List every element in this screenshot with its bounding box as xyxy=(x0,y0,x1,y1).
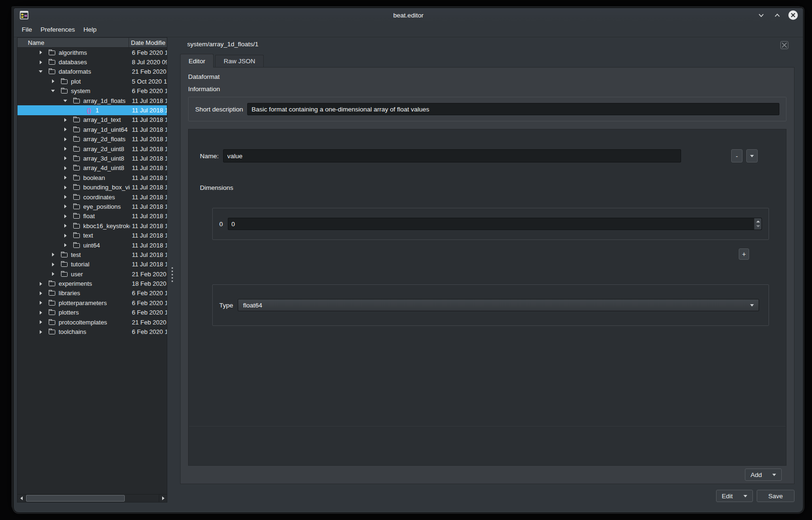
expand-arrow-icon[interactable] xyxy=(37,282,49,286)
tree-item-kboc16_keystroke[interactable]: kboc16_keystroke11 Jul 2018 1 xyxy=(17,221,167,230)
expand-arrow-icon[interactable] xyxy=(62,195,73,199)
tree-item-array_4d_uint8[interactable]: array_4d_uint811 Jul 2018 1 xyxy=(17,163,167,173)
dimension-value-input[interactable] xyxy=(228,218,754,230)
tree-item-boolean[interactable]: boolean11 Jul 2018 1 xyxy=(17,173,167,182)
add-button[interactable]: Add xyxy=(745,469,782,481)
folder-icon xyxy=(73,128,80,132)
tree-item-uint64[interactable]: uint6411 Jul 2018 1 xyxy=(17,240,167,250)
folder-icon xyxy=(61,79,68,84)
tree-item-libraries[interactable]: libraries6 Feb 2020 1 xyxy=(17,289,167,298)
expand-arrow-icon[interactable] xyxy=(62,156,73,160)
tab-editor[interactable]: Editor xyxy=(180,54,214,68)
type-group: Type float64 xyxy=(212,284,769,326)
scroll-right-arrow-icon[interactable] xyxy=(159,494,167,502)
tree-item-tutorial[interactable]: tutorial11 Jul 2018 1 xyxy=(17,260,167,269)
tree-item-label: libraries xyxy=(59,290,80,297)
expand-arrow-icon[interactable] xyxy=(37,291,49,295)
maximize-button[interactable] xyxy=(772,10,782,20)
tree-item-array_3d_uint8[interactable]: array_3d_uint811 Jul 2018 1 xyxy=(17,153,167,163)
expand-arrow-icon[interactable] xyxy=(62,166,73,170)
tree-item-name-cell: user xyxy=(17,271,130,278)
tree-item-databases[interactable]: databases8 Jul 2020 09 xyxy=(17,57,167,67)
expand-arrow-icon[interactable] xyxy=(37,51,49,54)
field-name-input[interactable] xyxy=(223,149,681,162)
tree-item-plotterparameters[interactable]: plotterparameters6 Feb 2020 1 xyxy=(17,298,167,307)
save-button[interactable]: Save xyxy=(757,490,795,502)
expand-arrow-icon[interactable] xyxy=(62,147,73,151)
expand-arrow-icon[interactable] xyxy=(50,253,61,256)
detach-icon[interactable] xyxy=(778,39,790,51)
spin-down-icon[interactable] xyxy=(756,225,760,227)
short-description-input[interactable] xyxy=(247,103,779,115)
field-type-dropdown-button[interactable] xyxy=(746,149,758,162)
panel-splitter[interactable] xyxy=(167,37,180,512)
tree-item-experiments[interactable]: experiments18 Feb 2020 xyxy=(17,279,167,288)
tree-item-label: array_4d_uint8 xyxy=(83,164,124,171)
expand-arrow-icon[interactable] xyxy=(37,320,49,324)
expand-arrow-icon[interactable] xyxy=(62,118,73,122)
tree-item-date: 6 Feb 2020 1 xyxy=(130,308,167,317)
expand-arrow-icon[interactable] xyxy=(37,330,49,334)
collapse-arrow-icon[interactable] xyxy=(62,100,73,102)
expand-arrow-icon[interactable] xyxy=(50,272,61,276)
expand-arrow-icon[interactable] xyxy=(50,263,61,266)
expand-arrow-icon[interactable] xyxy=(37,311,49,315)
expand-arrow-icon[interactable] xyxy=(62,224,73,228)
minimize-button[interactable] xyxy=(756,10,766,20)
expand-arrow-icon[interactable] xyxy=(37,301,49,305)
expand-arrow-icon[interactable] xyxy=(62,205,73,208)
column-header-date-modified[interactable]: Date Modifie xyxy=(129,38,167,47)
tree-item-bounding_box_video[interactable]: bounding_box_video11 Jul 2018 1 xyxy=(17,182,167,192)
tree-item-date: 11 Jul 2018 1 xyxy=(130,250,167,259)
expand-arrow-icon[interactable] xyxy=(62,176,73,179)
tab-raw-json[interactable]: Raw JSON xyxy=(215,55,264,67)
edit-button[interactable]: Edit xyxy=(716,490,753,502)
menu-help[interactable]: Help xyxy=(79,24,101,35)
tree-item-text[interactable]: text11 Jul 2018 1 xyxy=(17,230,167,240)
tree-item-array_1d_uint64[interactable]: array_1d_uint6411 Jul 2018 1 xyxy=(17,125,167,134)
tree-item-eye_positions[interactable]: eye_positions11 Jul 2018 1 xyxy=(17,202,167,211)
collapse-arrow-icon[interactable] xyxy=(50,90,61,92)
collapse-arrow-icon[interactable] xyxy=(37,70,49,73)
expand-arrow-icon[interactable] xyxy=(62,186,73,189)
add-dimension-button[interactable]: + xyxy=(739,248,749,260)
tree-body: algorithms6 Feb 2020 1databases8 Jul 202… xyxy=(17,48,167,494)
expand-arrow-icon[interactable] xyxy=(62,137,73,141)
tree-item-array_2d_uint8[interactable]: array_2d_uint811 Jul 2018 1 xyxy=(17,144,167,153)
scrollbar-track[interactable] xyxy=(25,494,159,502)
titlebar[interactable]: beat.editor xyxy=(14,8,803,22)
column-header-name[interactable]: Name xyxy=(17,38,129,47)
tree-item-plotters[interactable]: plotters6 Feb 2020 1 xyxy=(17,308,167,317)
tree-item-user[interactable]: user21 Feb 2020 xyxy=(17,269,167,279)
tree-item-toolchains[interactable]: toolchains6 Feb 2020 1 xyxy=(17,327,167,336)
tree-item-test[interactable]: test11 Jul 2018 1 xyxy=(17,250,167,259)
tree-item-algorithms[interactable]: algorithms6 Feb 2020 1 xyxy=(17,48,167,57)
expand-arrow-icon[interactable] xyxy=(37,60,49,64)
tree-item-array_1d_text[interactable]: array_1d_text11 Jul 2018 1 xyxy=(17,115,167,125)
expand-arrow-icon[interactable] xyxy=(50,79,61,83)
tree-item-array_1d_floats[interactable]: array_1d_floats11 Jul 2018 1 xyxy=(17,96,167,105)
tree-item-plot[interactable]: plot5 Oct 2020 1 xyxy=(17,77,167,86)
scrollbar-thumb[interactable] xyxy=(26,495,125,502)
expand-arrow-icon[interactable] xyxy=(62,128,73,131)
expand-arrow-icon[interactable] xyxy=(62,234,73,238)
menu-file[interactable]: File xyxy=(17,24,36,35)
tree-item-array_2d_floats[interactable]: array_2d_floats11 Jul 2018 1 xyxy=(17,135,167,144)
spin-up-icon[interactable] xyxy=(756,221,760,222)
tree-item-dataformats[interactable]: dataformats21 Feb 2020 xyxy=(17,67,167,77)
type-combobox[interactable]: float64 xyxy=(238,299,759,311)
tree-item-1[interactable]: {}111 Jul 2018 1 xyxy=(17,105,167,115)
tree-item-system[interactable]: system6 Feb 2020 1 xyxy=(17,86,167,96)
remove-field-button[interactable]: - xyxy=(731,149,743,162)
tree-item-coordinates[interactable]: coordinates11 Jul 2018 1 xyxy=(17,192,167,202)
tree-item-protocoltemplates[interactable]: protocoltemplates21 Feb 2020 xyxy=(17,317,167,327)
splitter-grip-icon[interactable] xyxy=(172,267,173,282)
horizontal-scrollbar[interactable] xyxy=(17,494,167,502)
tree-item-float[interactable]: float11 Jul 2018 1 xyxy=(17,212,167,221)
scroll-left-arrow-icon[interactable] xyxy=(17,494,25,502)
expand-arrow-icon[interactable] xyxy=(62,243,73,247)
close-button[interactable] xyxy=(788,10,798,20)
expand-arrow-icon[interactable] xyxy=(62,214,73,218)
menu-preferences[interactable]: Preferences xyxy=(36,24,79,35)
tree-item-label: algorithms xyxy=(59,49,87,56)
